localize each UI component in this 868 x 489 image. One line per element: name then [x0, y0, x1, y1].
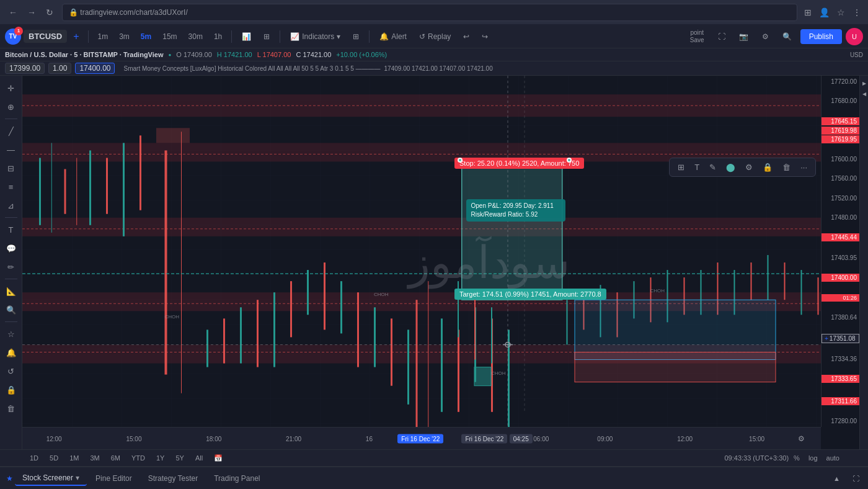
user-avatar[interactable]: U	[846, 28, 863, 45]
chart-type-button[interactable]: 📊	[237, 30, 256, 43]
tab-trading-panel[interactable]: Trading Panel	[206, 472, 267, 485]
svg-rect-29	[290, 281, 292, 337]
symbol-selector[interactable]: BTCUSD	[24, 30, 67, 43]
price-17560: 17560.00	[822, 175, 859, 182]
menu-icon[interactable]: ⋮	[851, 6, 863, 19]
time-12-2: 12:00	[677, 435, 693, 442]
fib-tool[interactable]: ⊟	[2, 159, 20, 177]
address-bar[interactable]: 🔒 tradingview.com/chart/a3dUXorI/	[62, 4, 797, 21]
period-3m[interactable]: 3M	[85, 453, 104, 463]
ft-lock-icon[interactable]: 🔒	[760, 161, 776, 174]
separator-2	[231, 30, 232, 43]
alert-button[interactable]: 🔔 Alert	[374, 30, 412, 43]
period-all[interactable]: All	[190, 453, 208, 463]
tab-strategy-tester[interactable]: Strategy Tester	[141, 472, 205, 485]
star-icon[interactable]: ☆	[835, 6, 847, 19]
chart-main[interactable]: CHOH CHOH CHOH CHOH Stop: 25.20 (0.14%) …	[22, 76, 859, 449]
tab-stock-screener[interactable]: Stock Screener ▾	[15, 471, 87, 486]
horizontal-line-tool[interactable]: —	[2, 141, 20, 158]
gann-tool[interactable]: ⊿	[2, 197, 20, 214]
timeframe-3m[interactable]: 3m	[115, 30, 134, 43]
fullscreen-button[interactable]: ⛶	[713, 30, 730, 43]
back-button[interactable]: ←	[5, 5, 21, 20]
ft-delete-icon[interactable]: 🗑	[779, 161, 794, 174]
period-5y[interactable]: 5Y	[170, 453, 188, 463]
log-toggle[interactable]: log	[805, 453, 822, 463]
svg-rect-31	[324, 262, 326, 330]
profile-icon[interactable]: 👤	[817, 6, 831, 19]
rs-icon-2[interactable]: ◀	[862, 91, 866, 97]
timeframe-5m[interactable]: 5m	[136, 30, 156, 43]
svg-rect-19	[123, 143, 125, 236]
ft-more-icon[interactable]: ···	[797, 161, 810, 174]
collapse-button[interactable]: ▲	[830, 473, 844, 484]
timeframe-15m[interactable]: 15m	[158, 30, 181, 43]
period-1y[interactable]: 1Y	[151, 453, 169, 463]
period-6m[interactable]: 6M	[106, 453, 125, 463]
pct-toggle[interactable]: %	[790, 453, 804, 463]
svg-rect-63	[801, 270, 802, 315]
parallel-channel[interactable]: ≡	[2, 178, 20, 195]
watchlist-icon[interactable]: ☆	[2, 325, 20, 343]
auto-toggle[interactable]: auto	[823, 453, 843, 463]
price-change: +10.00 (+0.06%)	[336, 51, 387, 58]
forward-button[interactable]: →	[24, 5, 40, 20]
date-range-icon[interactable]: 📅	[209, 453, 228, 464]
zoom-tool[interactable]: 🔍	[2, 301, 20, 318]
refresh-button[interactable]: ↻	[42, 5, 57, 20]
settings-button[interactable]: ⚙	[757, 30, 774, 43]
undo-button[interactable]: ↩	[458, 30, 474, 43]
svg-rect-45	[474, 367, 491, 386]
lock-icon[interactable]: 🔒	[2, 381, 20, 398]
callout-tool[interactable]: 💬	[2, 240, 20, 257]
indicators-button[interactable]: 📈 Indicators ▾	[285, 30, 345, 43]
cursor-tool[interactable]: ✛	[2, 79, 20, 97]
rs-icon-1[interactable]: ▶	[862, 81, 866, 86]
candle-input-1[interactable]: 17399.00	[5, 63, 45, 74]
price-badge-17311: 17311.66	[822, 397, 859, 405]
period-ytd[interactable]: YTD	[126, 453, 150, 463]
expand-button[interactable]: ⛶	[849, 473, 863, 484]
redo-button[interactable]: ↪	[477, 30, 493, 43]
point-save-button[interactable]: pointSave	[685, 27, 709, 47]
measure-tool[interactable]: 📐	[2, 282, 20, 300]
brush-tool[interactable]: ✏	[2, 258, 20, 276]
timeframe-1m[interactable]: 1m	[94, 30, 113, 43]
period-5d[interactable]: 5D	[45, 453, 63, 463]
time-16: 16	[366, 435, 373, 442]
price-17480: 17480.00	[822, 214, 859, 221]
bottom-star[interactable]: ★	[5, 474, 14, 483]
timeframe-30m[interactable]: 30m	[184, 30, 207, 43]
text-tool[interactable]: T	[2, 221, 20, 238]
screener-dropdown-icon[interactable]: ▾	[76, 473, 79, 482]
candle-input-2[interactable]: 1.00	[48, 63, 71, 74]
candle-input-3[interactable]: 17400.00	[75, 63, 115, 74]
compare-button[interactable]: ⊞	[259, 30, 275, 43]
period-1m[interactable]: 1M	[64, 453, 84, 463]
separator-1	[88, 30, 89, 43]
trash-icon[interactable]: 🗑	[2, 400, 20, 417]
layouts-button[interactable]: ⊞	[348, 30, 364, 43]
alerts-icon[interactable]: 🔔	[2, 344, 20, 361]
tab-pine-editor[interactable]: Pine Editor	[88, 472, 140, 485]
crosshair-tool[interactable]: ⊕	[2, 98, 20, 115]
time-settings-icon[interactable]: ⚙	[798, 434, 805, 443]
ft-grid-icon[interactable]: ⊞	[675, 161, 688, 174]
timeframe-1h[interactable]: 1h	[210, 30, 226, 43]
ft-settings-icon[interactable]: ⚙	[742, 161, 756, 174]
extensions-icon[interactable]: ⊞	[802, 6, 813, 19]
trend-line-tool[interactable]: ╱	[2, 122, 20, 140]
ft-text-icon[interactable]: T	[691, 161, 702, 174]
period-1d[interactable]: 1D	[25, 453, 43, 463]
replay-icon[interactable]: ↺	[2, 362, 20, 380]
screenshot-button[interactable]: 📷	[734, 30, 753, 43]
search-button[interactable]: 🔍	[777, 30, 797, 43]
target-label: Target: 174.51 (0.99%) 17451, Amount: 27…	[454, 289, 606, 300]
handle-top-right[interactable]	[567, 158, 572, 163]
add-symbol-button[interactable]: +	[69, 29, 82, 45]
replay-button[interactable]: ↺ Replay	[414, 30, 456, 43]
tv-logo[interactable]: TV 1	[5, 29, 21, 45]
publish-button[interactable]: Publish	[800, 29, 842, 44]
ft-pen-icon[interactable]: ✎	[706, 161, 719, 174]
ft-color-icon[interactable]: ⬤	[723, 161, 738, 174]
